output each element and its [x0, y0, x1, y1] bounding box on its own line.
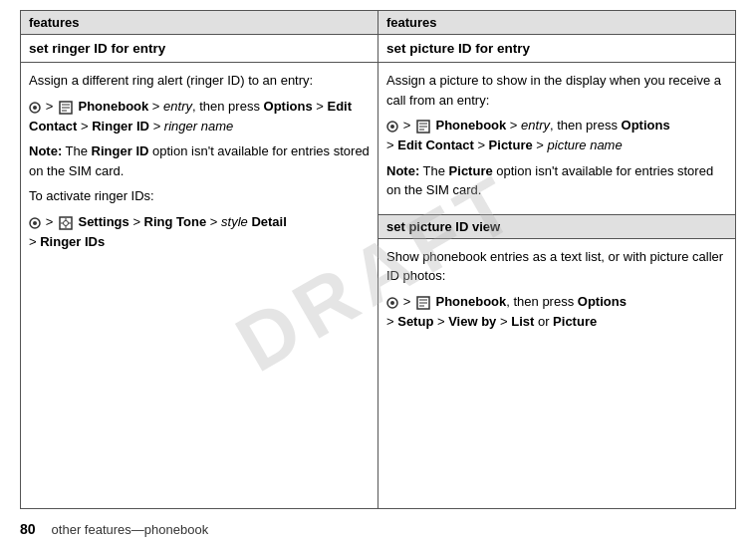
nav-bullet-icon: [29, 97, 42, 117]
left-header-text: features: [29, 15, 80, 30]
arrow-text3: >: [403, 118, 414, 133]
left-header: features: [21, 11, 378, 35]
page-container: DRAFT features set ringer ID for entry A…: [0, 0, 756, 545]
page-number: 80: [20, 521, 36, 537]
left-activate-text: To activate ringer IDs:: [29, 186, 370, 206]
footer-text: other features—phonebook: [52, 522, 209, 537]
svg-point-7: [33, 221, 37, 225]
content-area: features set ringer ID for entry Assign …: [20, 10, 736, 509]
svg-point-9: [63, 221, 68, 226]
left-step1: > Phonebook > entry, then press Options …: [29, 97, 370, 136]
left-note: Note: The Ringer ID option isn't availab…: [29, 141, 370, 180]
right-column: features set picture ID for entry Assign…: [378, 11, 735, 508]
nav-bullet-icon4: [386, 293, 399, 313]
nav-bullet-icon3: [386, 117, 399, 136]
left-step2: > Settings > Ring Tone > style Detail > …: [29, 212, 370, 252]
right-section2-body: Show phonebook entries as a text list, o…: [378, 239, 735, 346]
arrow-text2: >: [46, 214, 57, 229]
right-section1-title: set picture ID for entry: [378, 35, 735, 63]
nav-bullet-icon2: [29, 213, 42, 233]
right-header: features: [378, 11, 735, 35]
right-note: Note: The Picture option isn't available…: [386, 161, 727, 200]
footer: 80 other features—phonebook: [0, 509, 756, 545]
phonebook-icon: [57, 97, 75, 117]
right-header-text: features: [386, 15, 437, 30]
right-section2-header: set picture ID view: [378, 214, 735, 239]
svg-point-21: [390, 301, 394, 305]
right-step2: > Phonebook, then press Options> Setup >…: [386, 292, 727, 332]
right-body1: Assign a picture to show in the display …: [386, 71, 727, 110]
svg-point-1: [33, 106, 37, 110]
settings-icon: [57, 213, 75, 233]
arrow-text: >: [46, 99, 57, 114]
right-body2: Show phonebook entries as a text list, o…: [386, 247, 727, 286]
phonebook-icon3: [414, 293, 432, 313]
right-section1-body: Assign a picture to show in the display …: [378, 63, 735, 214]
right-section2-title: set picture ID view: [386, 219, 500, 234]
left-section1-body: Assign a different ring alert (ringer ID…: [21, 63, 378, 266]
left-section1-title: set ringer ID for entry: [21, 35, 378, 63]
svg-point-15: [390, 125, 394, 129]
right-step1: > Phonebook > entry, then press Options>…: [386, 116, 727, 155]
left-body1: Assign a different ring alert (ringer ID…: [29, 71, 370, 91]
phonebook-icon2: [414, 117, 432, 136]
left-column: features set ringer ID for entry Assign …: [21, 11, 378, 508]
arrow-text4: >: [403, 294, 414, 309]
